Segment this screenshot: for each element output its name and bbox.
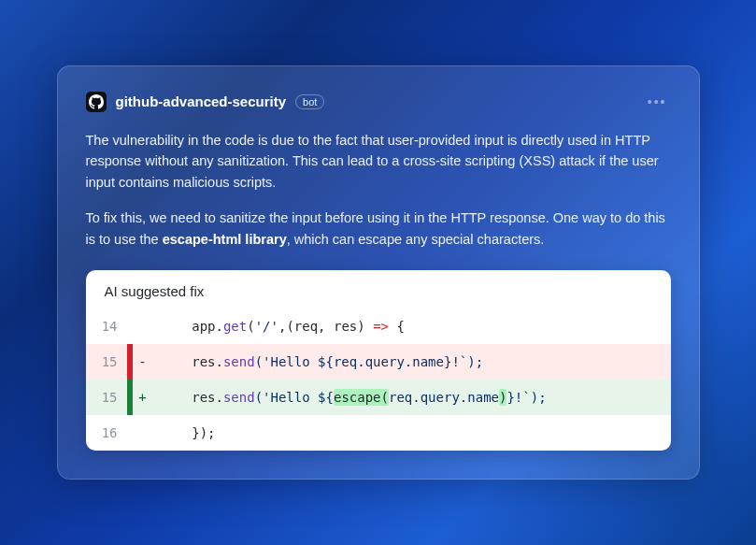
paragraph2-strong: escape-html library: [163, 232, 287, 247]
diff-line-add: 15+ res.send('Hello ${escape(req.query.n…: [86, 380, 671, 415]
diff-line-ctx: 14 app.get('/',(req, res) => {: [86, 308, 671, 344]
comment-card: github-advanced-security bot ••• The vul…: [57, 65, 700, 480]
code-content: res.send('Hello ${escape(req.query.name)…: [153, 390, 547, 405]
bot-badge: bot: [295, 94, 324, 109]
diff-marker: [127, 415, 133, 451]
diff-line-del: 15- res.send('Hello ${req.query.name}!`)…: [86, 344, 671, 380]
code-content: res.send('Hello ${req.query.name}!`);: [153, 354, 484, 369]
diff-marker: [127, 308, 133, 344]
comment-author[interactable]: github-advanced-security: [116, 93, 287, 109]
paragraph2-post: , which can escape any special character…: [287, 232, 545, 247]
comment-paragraph-2: To fix this, we need to sanitize the inp…: [86, 208, 671, 250]
code-content: });: [153, 425, 216, 440]
comment-header: github-advanced-security bot •••: [86, 91, 671, 113]
diff-block: 14 app.get('/',(req, res) => {15- res.se…: [86, 308, 671, 451]
diff-sign: -: [133, 354, 153, 369]
diff-sign: +: [133, 390, 153, 405]
line-number: 15: [86, 390, 127, 405]
comment-paragraph-1: The vulnerability in the code is due to …: [86, 130, 671, 193]
github-icon: [86, 92, 107, 112]
diff-line-ctx: 16 });: [86, 415, 671, 451]
line-number: 15: [86, 354, 127, 369]
kebab-menu-icon[interactable]: •••: [644, 91, 671, 113]
ai-suggested-fix-card: AI suggested fix 14 app.get('/',(req, re…: [86, 270, 671, 451]
code-content: app.get('/',(req, res) => {: [153, 319, 405, 334]
suggestion-title: AI suggested fix: [86, 270, 671, 308]
line-number: 16: [86, 425, 127, 440]
line-number: 14: [86, 319, 127, 334]
